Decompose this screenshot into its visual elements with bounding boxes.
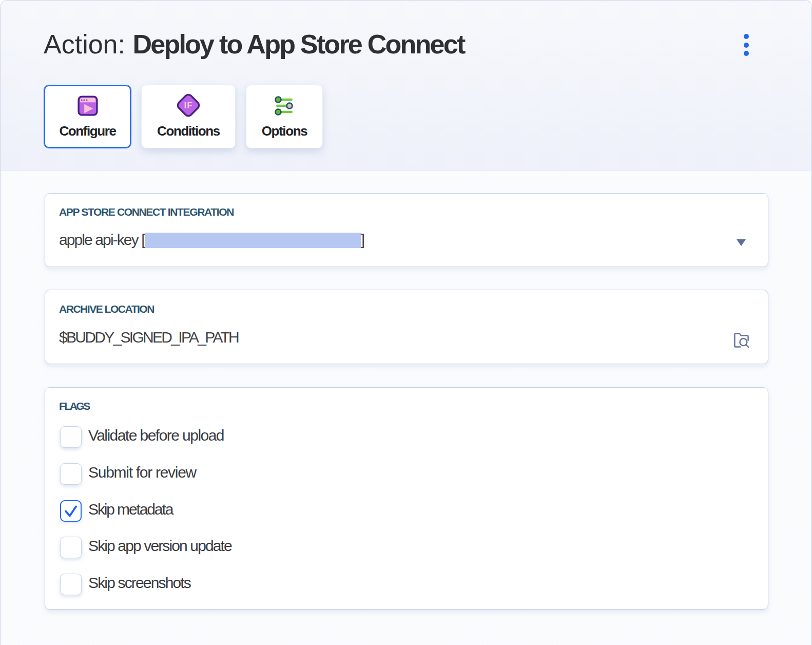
svg-text:IF: IF <box>184 101 192 110</box>
